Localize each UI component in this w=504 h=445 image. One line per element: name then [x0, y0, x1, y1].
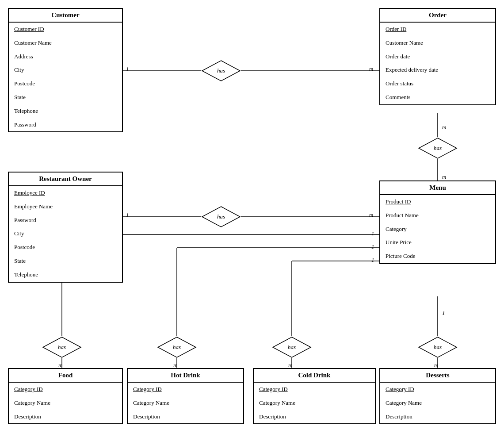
diamond-desserts: has	[418, 336, 458, 358]
owner-attr-id: Employee ID	[9, 186, 122, 200]
colddrink-attr-name: Category Name	[254, 396, 375, 410]
card-food-m: m	[58, 362, 62, 369]
food-attr-desc: Description	[9, 410, 122, 424]
card-menu-m: m	[369, 211, 373, 219]
customer-attr-password: Password	[9, 118, 122, 132]
menu-attr-category: Category	[380, 222, 495, 236]
customer-attr-address: Address	[9, 50, 122, 64]
diamond-customer-order: has	[201, 60, 241, 82]
entity-food: Food Category ID Category Name Descripti…	[8, 368, 123, 424]
diamond-hotdrink-label: has	[173, 344, 181, 351]
customer-attr-state: State	[9, 91, 122, 104]
entity-colddrink-title: Cold Drink	[254, 369, 375, 383]
diamond-owner-menu-label: has	[217, 213, 225, 220]
card-order-has-m1: m	[442, 124, 446, 131]
order-attr-delivery: Expected delivery date	[380, 63, 495, 77]
diamond-order-menu: has	[418, 137, 458, 159]
customer-attr-postcode: Postcode	[9, 77, 122, 91]
diamond-colddrink: has	[272, 336, 312, 358]
diamond-hotdrink: has	[157, 336, 197, 358]
hotdrink-attr-id: Category ID	[128, 383, 243, 396]
desserts-attr-desc: Description	[380, 410, 495, 424]
menu-attr-id: Product ID	[380, 195, 495, 209]
entity-customer: Customer Customer ID Customer Name Addre…	[8, 8, 123, 132]
card-menu-has-m2: m	[442, 173, 446, 180]
hotdrink-attr-desc: Description	[128, 410, 243, 424]
diamond-order-menu-label: has	[434, 145, 442, 152]
food-attr-name: Category Name	[9, 396, 122, 410]
entity-order: Order Order ID Customer Name Order date …	[379, 8, 496, 105]
menu-attr-picture: Picture Code	[380, 249, 495, 263]
entity-restaurant-owner: Restaurant Owner Employee ID Employee Na…	[8, 172, 123, 283]
diamond-customer-order-label: has	[217, 67, 225, 74]
food-attr-id: Category ID	[9, 383, 122, 396]
entity-order-title: Order	[380, 9, 495, 23]
card-order-m: m	[369, 65, 373, 73]
order-attr-date: Order date	[380, 50, 495, 64]
entity-desserts-title: Desserts	[380, 369, 495, 383]
diamond-food: has	[42, 336, 82, 358]
entity-hotdrink-title: Hot Drink	[128, 369, 243, 383]
diamond-desserts-label: has	[434, 344, 442, 351]
customer-attr-name: Customer Name	[9, 36, 122, 50]
entity-food-title: Food	[9, 369, 122, 383]
entity-desserts: Desserts Category ID Category Name Descr…	[379, 368, 496, 424]
customer-attr-id: Customer ID	[9, 23, 122, 36]
owner-attr-state: State	[9, 254, 122, 268]
card-hotdrink-m: m	[173, 362, 177, 369]
hotdrink-attr-name: Category Name	[128, 396, 243, 410]
entity-menu: Menu Product ID Product Name Category Un…	[379, 180, 496, 264]
entity-customer-title: Customer	[9, 9, 122, 23]
desserts-attr-id: Category ID	[380, 383, 495, 396]
card-menu-hotdrink-1: 1	[371, 243, 374, 250]
entity-hot-drink: Hot Drink Category ID Category Name Desc…	[127, 368, 244, 424]
customer-attr-telephone: Telephone	[9, 104, 122, 118]
owner-attr-password: Password	[9, 214, 122, 227]
owner-attr-postcode: Postcode	[9, 241, 122, 254]
entity-cold-drink: Cold Drink Category ID Category Name Des…	[253, 368, 376, 424]
owner-attr-city: City	[9, 227, 122, 241]
order-attr-comments: Comments	[380, 91, 495, 104]
desserts-attr-name: Category Name	[380, 396, 495, 410]
card-menu-colddrink-1: 1	[371, 257, 374, 264]
customer-attr-city: City	[9, 63, 122, 77]
menu-attr-name: Product Name	[380, 209, 495, 222]
card-menu-food-1: 1	[371, 230, 374, 237]
order-attr-id: Order ID	[380, 23, 495, 36]
order-attr-status: Order status	[380, 77, 495, 91]
menu-attr-price: Unite Price	[380, 236, 495, 249]
owner-attr-name: Employee Name	[9, 200, 122, 214]
card-desserts-m: m	[434, 362, 438, 369]
colddrink-attr-desc: Description	[254, 410, 375, 424]
order-attr-custname: Customer Name	[380, 36, 495, 50]
diamond-owner-menu: has	[201, 206, 241, 228]
entity-owner-title: Restaurant Owner	[9, 173, 122, 186]
er-diagram: Customer Customer ID Customer Name Addre…	[0, 0, 504, 445]
entity-menu-title: Menu	[380, 181, 495, 195]
colddrink-attr-id: Category ID	[254, 383, 375, 396]
owner-attr-telephone: Telephone	[9, 268, 122, 282]
card-colddrink-m: m	[288, 362, 292, 369]
diamond-colddrink-label: has	[288, 344, 296, 351]
diamond-food-label: has	[58, 344, 66, 351]
card-menu-desserts-1: 1	[442, 310, 445, 317]
card-owner-1: 1	[126, 211, 129, 219]
card-customer-1: 1	[126, 65, 129, 73]
